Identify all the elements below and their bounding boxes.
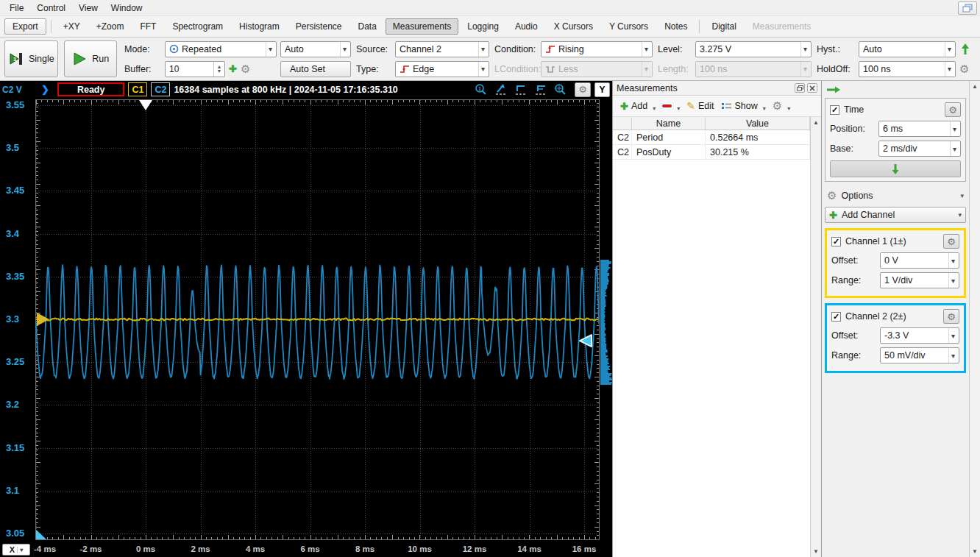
- value-column-header[interactable]: Value: [706, 117, 810, 130]
- buffer-add-icon[interactable]: ✚: [229, 63, 237, 74]
- menu-file[interactable]: File: [3, 1, 30, 15]
- main-area: C2 V ❯ Ready C1 C2 16384 samples at 800 …: [0, 81, 980, 557]
- toolbar-item--zoom[interactable]: +Zoom: [89, 18, 132, 35]
- panel-scrollbar[interactable]: ▲ ▼: [969, 81, 980, 557]
- channel2-checkbox[interactable]: [831, 312, 841, 322]
- tab-channel1[interactable]: C1: [128, 82, 147, 96]
- x-tick-label: 10 ms: [408, 544, 432, 553]
- channel2-offset-select[interactable]: -3.3 V ▾: [880, 327, 959, 344]
- x-tick-label: -2 ms: [79, 544, 102, 553]
- show-measurement-button[interactable]: Show: [719, 99, 760, 113]
- y-axis-unit-label[interactable]: C2 V: [2, 85, 33, 95]
- options-gear-icon: ⚙: [827, 189, 837, 202]
- remove-measurement-button[interactable]: [659, 103, 675, 109]
- base-select[interactable]: 2 ms/div ▾: [878, 141, 961, 157]
- mode-auto-select[interactable]: Auto ▾: [280, 41, 351, 57]
- y-axis-button[interactable]: Y: [594, 82, 610, 97]
- time-gear-button[interactable]: ⚙: [945, 102, 961, 117]
- y-tick-label: 3.05: [6, 528, 24, 539]
- table-row[interactable]: C2PosDuty30.215 %: [613, 145, 810, 160]
- table-cell: PosDuty: [632, 145, 706, 159]
- toolbar-item-data[interactable]: Data: [350, 18, 383, 35]
- gear-dropdown-icon[interactable]: ▾: [787, 101, 792, 112]
- source-select[interactable]: Channel 2 ▾: [395, 41, 489, 57]
- zoom-one-icon[interactable]: 1: [474, 83, 489, 96]
- channel1-range-select[interactable]: 1 V/div ▾: [880, 272, 959, 288]
- name-column-header[interactable]: Name: [632, 117, 706, 130]
- plot-settings-button[interactable]: ⚙: [575, 82, 591, 97]
- channel2-range-select[interactable]: 50 mV/div ▾: [880, 347, 959, 363]
- menu-window[interactable]: Window: [104, 1, 149, 15]
- toolbar-item-persistence[interactable]: Persistence: [288, 18, 349, 35]
- measurements-scrollbar[interactable]: ▲ ▼: [810, 117, 821, 557]
- toolbar-item-y-cursors[interactable]: Y Cursors: [602, 18, 656, 35]
- spinner-arrows-icon[interactable]: ▲▼: [213, 62, 224, 77]
- buffer-gear-icon[interactable]: ⚙: [241, 63, 250, 76]
- holdoff-input[interactable]: 100 ns ▾: [859, 61, 956, 77]
- x-axis-button[interactable]: X ▾: [2, 544, 30, 556]
- channel1-offset-select[interactable]: 0 V ▾: [880, 252, 959, 269]
- toolbar-item-spectrogram[interactable]: Spectrogram: [165, 18, 230, 35]
- scroll-down-icon[interactable]: ▼: [970, 546, 980, 557]
- time-checkbox[interactable]: [830, 105, 839, 115]
- toolbar-item-export[interactable]: Export: [4, 18, 46, 35]
- toolbar-item-histogram[interactable]: Histogram: [232, 18, 287, 35]
- single-button[interactable]: 1 Single: [4, 40, 58, 77]
- restore-windows-button[interactable]: [958, 1, 977, 15]
- toolbar-item-digital[interactable]: Digital: [704, 18, 743, 35]
- position-label: Position:: [830, 124, 876, 134]
- run-button[interactable]: Run: [64, 40, 118, 77]
- scroll-up-icon[interactable]: ▲: [811, 117, 821, 128]
- measurements-gear-icon[interactable]: ⚙: [770, 98, 785, 114]
- horizontal-cursor-icon[interactable]: [514, 83, 528, 96]
- add-channel-button[interactable]: ✚ Add Channel ▾: [825, 207, 966, 223]
- mode-value: Repeated: [182, 44, 263, 54]
- edit-measurement-button[interactable]: ✎ Edit: [683, 99, 717, 113]
- channel1-checkbox[interactable]: [831, 237, 841, 246]
- toolbar-item-fft[interactable]: FFT: [132, 18, 163, 35]
- toolbar-item--xy[interactable]: +XY: [56, 18, 88, 35]
- channel2-gear-button[interactable]: ⚙: [943, 309, 959, 324]
- toolbar-divider: [699, 20, 700, 33]
- channel1-gear-button[interactable]: ⚙: [943, 234, 959, 249]
- scroll-down-icon[interactable]: ▼: [811, 546, 821, 557]
- level-up-arrow-icon[interactable]: [959, 43, 971, 56]
- menu-view[interactable]: View: [72, 1, 104, 15]
- scroll-up-icon[interactable]: ▲: [970, 81, 980, 92]
- float-panel-button[interactable]: [795, 83, 805, 93]
- remove-dropdown-icon[interactable]: ▾: [677, 101, 681, 112]
- show-dropdown-icon[interactable]: ▾: [763, 101, 767, 112]
- add-dropdown-icon[interactable]: ▾: [653, 101, 657, 112]
- add-measurement-button[interactable]: ✚ Add: [617, 99, 650, 113]
- time-expand-button[interactable]: [830, 160, 961, 177]
- condition-select[interactable]: Rising ▾: [541, 41, 653, 57]
- toolbar-item-x-cursors[interactable]: X Cursors: [547, 18, 600, 35]
- source-value: Channel 2: [400, 44, 475, 54]
- zoom-fit-icon[interactable]: [553, 83, 568, 96]
- vertical-cursor-icon[interactable]: [533, 83, 548, 96]
- options-row[interactable]: ⚙ Options ▾: [825, 187, 966, 205]
- toolbar-item-logging[interactable]: Logging: [460, 18, 506, 35]
- x-axis-bar: X ▾ -4 ms-2 ms0 ms2 ms4 ms6 ms8 ms10 ms1…: [0, 542, 612, 557]
- collapse-right-arrow-icon[interactable]: [826, 84, 841, 96]
- auto-set-button[interactable]: Auto Set: [280, 61, 351, 77]
- type-select[interactable]: Edge ▾: [395, 61, 489, 77]
- table-row[interactable]: C2Period0.52664 ms: [613, 130, 810, 145]
- pointer-cursor-icon[interactable]: [494, 83, 508, 96]
- expand-arrow-icon[interactable]: ❯: [37, 84, 54, 95]
- close-panel-button[interactable]: [807, 83, 817, 93]
- buffer-spinner[interactable]: 10 ▲▼: [165, 61, 225, 77]
- toolbar-item-audio[interactable]: Audio: [508, 18, 545, 35]
- mode-label: Mode:: [123, 44, 161, 54]
- level-input[interactable]: 3.275 V ▾: [695, 41, 812, 57]
- oscilloscope-canvas[interactable]: [34, 98, 612, 542]
- toolbar-item-measurements[interactable]: Measurements: [386, 18, 458, 35]
- toolbar-item-notes[interactable]: Notes: [657, 18, 695, 35]
- menu-control[interactable]: Control: [30, 1, 72, 15]
- hyst-select[interactable]: Auto ▾: [859, 41, 956, 57]
- measurements-title-bar[interactable]: Measurements: [613, 81, 821, 96]
- trigger-gear-icon[interactable]: ⚙: [959, 63, 976, 76]
- mode-select[interactable]: Repeated ▾: [165, 41, 277, 57]
- position-select[interactable]: 6 ms ▾: [878, 121, 961, 137]
- tab-channel2[interactable]: C2: [151, 82, 170, 96]
